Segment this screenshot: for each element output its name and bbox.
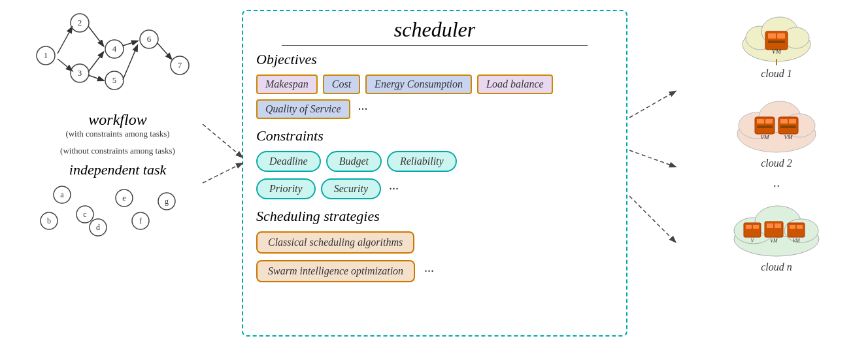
svg-line-6 [123,46,137,80]
scheduler-box: scheduler Objectives Makespan Cost Energ… [242,10,627,337]
svg-rect-79 [797,225,803,229]
svg-text:VM: VM [772,48,782,55]
independent-tasks-graph: a b c d e f g [26,178,209,237]
scheduler-title: scheduler [243,11,626,45]
constraints-label: Constraints [243,122,626,148]
constraint-priority: Priority [256,178,316,199]
svg-text:VM: VM [761,134,769,140]
strategies-ellipsis: ··· [422,264,434,279]
svg-rect-63 [780,125,796,128]
svg-rect-56 [757,119,764,124]
cloud-2-svg: VM VM [727,90,826,155]
cloud-dots: ·· [692,179,861,193]
svg-text:1: 1 [44,50,48,60]
strategy-row1: Classical scheduling algorithms [256,231,613,254]
strategies-col: Classical scheduling algorithms Swarm in… [243,228,626,286]
svg-line-4 [88,75,103,80]
svg-line-36 [203,124,242,157]
svg-rect-57 [765,119,773,124]
right-arrows [626,65,685,274]
svg-rect-47 [777,33,785,39]
workflow-title: workflow [7,111,229,129]
svg-text:VM: VM [792,238,801,244]
svg-rect-74 [767,223,773,228]
svg-text:f: f [139,216,142,225]
cloud-n-item: V VM VM cloud n [692,197,861,273]
svg-rect-58 [757,125,773,128]
workflow-area: 1 2 3 4 5 6 7 workflow (with constraints… [7,7,229,237]
left-arrows [199,98,248,229]
svg-text:3: 3 [78,68,82,78]
strategy-classical: Classical scheduling algorithms [256,231,414,254]
svg-rect-75 [775,223,781,228]
cloud-1-label: cloud 1 [761,68,792,80]
strategies-label: Scheduling strategies [243,203,626,228]
svg-text:VM: VM [770,238,778,244]
workflow-graph: 1 2 3 4 5 6 7 [26,7,209,108]
cloud-2-item: VM VM cloud 2 [692,90,861,169]
svg-rect-71 [753,225,759,229]
badge-makespan: Makespan [256,74,318,94]
svg-text:d: d [96,223,100,232]
svg-text:e: e [122,193,125,203]
svg-line-3 [88,52,103,72]
svg-line-40 [629,196,675,242]
badge-cost: Cost [323,74,360,94]
cloud-n-svg: V VM VM [724,197,829,259]
svg-text:2: 2 [78,18,82,27]
svg-rect-70 [746,225,752,229]
constraints-ellipsis: ··· [386,182,399,197]
constraint-deadline: Deadline [256,151,321,172]
strategy-swarm: Swarm intelligence optimization [256,260,415,282]
svg-rect-48 [768,41,785,43]
svg-rect-61 [780,119,788,124]
svg-line-5 [123,41,137,46]
svg-rect-62 [789,119,796,124]
workflow-subtitle: (with constraints among tasks) [7,129,229,139]
clouds-area: VM cloud 1 VM VM cloud 2 ·· [692,7,861,283]
cloud-n-label: cloud n [761,261,792,273]
svg-line-1 [58,59,72,71]
constraint-reliability: Reliability [387,151,457,172]
badge-loadbalance: Load balance [477,74,553,94]
badge-qos: Quality of Service [256,99,350,119]
badge-energy: Energy Consumption [365,74,472,94]
svg-line-38 [629,91,675,118]
independent-subtitle: (without constraints among tasks) [7,146,229,156]
svg-text:a: a [60,190,64,199]
svg-text:5: 5 [112,75,117,85]
svg-text:6: 6 [147,34,152,44]
constraints-row1: Deadline Budget Reliability [243,148,626,175]
svg-text:7: 7 [178,60,182,70]
constraint-budget: Budget [326,151,382,172]
svg-line-39 [629,150,675,167]
objectives-ellipsis: ··· [356,102,368,117]
strategy-row2: Swarm intelligence optimization ··· [256,260,613,282]
svg-line-37 [203,163,242,183]
constraints-row2: Priority Security ··· [243,175,626,203]
svg-text:c: c [83,210,86,219]
svg-line-7 [157,42,171,59]
svg-line-2 [88,26,103,46]
cloud-1-svg: VM [734,7,819,65]
objectives-label: Objectives [243,46,626,71]
svg-rect-46 [768,33,776,39]
svg-text:VM: VM [784,134,793,140]
independent-title: independent task [7,161,229,178]
cloud-2-label: cloud 2 [761,157,792,169]
objectives-row: Makespan Cost Energy Consumption Load ba… [243,71,626,122]
svg-text:4: 4 [112,44,117,54]
constraint-security: Security [321,178,381,199]
svg-rect-78 [790,225,795,229]
svg-text:g: g [165,197,169,206]
cloud-1-item: VM cloud 1 [692,7,861,80]
svg-line-0 [58,27,72,54]
svg-text:b: b [47,216,51,225]
